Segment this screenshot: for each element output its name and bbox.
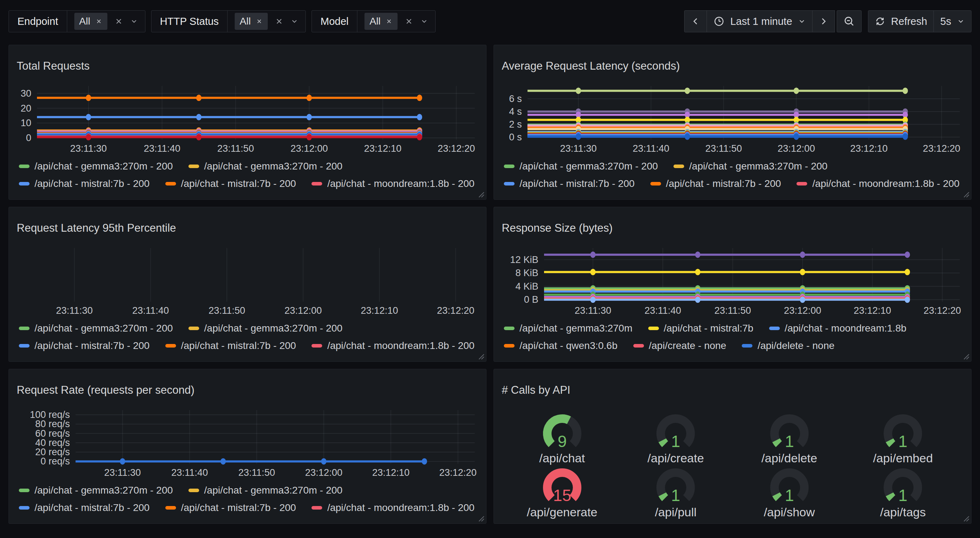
filter-chip[interactable]: All: [235, 13, 268, 30]
remove-value-icon[interactable]: [385, 18, 393, 25]
series-point[interactable]: [684, 88, 690, 94]
series-point[interactable]: [794, 88, 799, 94]
legend-item[interactable]: /api/chat - mistral:7b - 200: [165, 502, 296, 514]
resize-handle[interactable]: [963, 515, 969, 522]
legend-item[interactable]: /api/chat - moondream:1.8b: [769, 323, 907, 334]
series-point[interactable]: [905, 269, 910, 275]
legend-item[interactable]: /api/chat - moondream:1.8b - 200: [797, 178, 959, 189]
chevron-down-icon[interactable]: [130, 17, 138, 25]
series-point[interactable]: [800, 269, 805, 275]
legend-item[interactable]: /api/chat - mistral:7b - 200: [19, 502, 150, 514]
legend-item[interactable]: /api/chat - gemma3:270m: [504, 323, 633, 334]
series-point[interactable]: [86, 95, 91, 101]
chevron-down-icon[interactable]: [420, 17, 428, 25]
series-point[interactable]: [422, 459, 427, 465]
series-point[interactable]: [196, 95, 202, 101]
gauge--api-show[interactable]: 1/api/show: [759, 466, 819, 519]
series-point[interactable]: [196, 114, 202, 121]
legend-item[interactable]: /api/chat - mistral:7b: [648, 323, 754, 334]
resize-handle[interactable]: [478, 191, 484, 198]
time-back-button[interactable]: [684, 10, 707, 32]
legend-item[interactable]: /api/chat - mistral:7b - 200: [165, 340, 296, 351]
resize-handle[interactable]: [478, 515, 484, 522]
series-point[interactable]: [576, 133, 581, 140]
series-point[interactable]: [590, 297, 596, 303]
resize-handle[interactable]: [478, 353, 484, 360]
series-point[interactable]: [905, 297, 910, 303]
series-point[interactable]: [800, 297, 805, 303]
filter-chip[interactable]: All: [364, 13, 398, 30]
remove-value-icon[interactable]: [256, 18, 263, 25]
series-point[interactable]: [902, 88, 908, 94]
gauge--api-create[interactable]: 1/api/create: [645, 412, 706, 465]
legend-item[interactable]: /api/chat - gemma3:270m - 200: [19, 485, 173, 496]
legend-item[interactable]: /api/chat - mistral:7b - 200: [19, 340, 150, 351]
legend-item[interactable]: /api/chat - moondream:1.8b - 200: [312, 340, 474, 351]
gauge--api-chat[interactable]: 9/api/chat: [532, 412, 592, 465]
legend-item[interactable]: /api/chat - gemma3:270m - 200: [673, 160, 827, 172]
time-forward-button[interactable]: [812, 10, 835, 32]
filter-label[interactable]: HTTP Status: [151, 11, 228, 32]
legend-item[interactable]: /api/chat - mistral:7b - 200: [651, 178, 781, 189]
resize-handle[interactable]: [963, 191, 969, 198]
clear-filter-icon[interactable]: [405, 17, 413, 25]
series-point[interactable]: [800, 252, 805, 258]
legend-item[interactable]: /api/chat - gemma3:270m - 200: [188, 323, 342, 334]
legend-item[interactable]: /api/chat - gemma3:270m - 200: [188, 485, 342, 496]
legend-item[interactable]: /api/chat - gemma3:270m - 200: [504, 160, 658, 172]
remove-value-icon[interactable]: [95, 18, 102, 25]
series-point[interactable]: [196, 134, 202, 141]
chevron-right-icon: [819, 17, 828, 26]
gauge--api-generate[interactable]: 15/api/generate: [527, 466, 598, 519]
series-point[interactable]: [695, 297, 700, 303]
filter-label[interactable]: Endpoint: [9, 11, 67, 32]
legend-item[interactable]: /api/chat - moondream:1.8b - 200: [312, 502, 474, 514]
series-point[interactable]: [590, 252, 596, 258]
series-point[interactable]: [417, 95, 422, 101]
series-point[interactable]: [576, 88, 581, 94]
gauge--api-embed[interactable]: 1/api/embed: [873, 412, 933, 465]
series-point[interactable]: [590, 269, 596, 275]
series-point[interactable]: [684, 133, 690, 140]
series-point[interactable]: [695, 252, 700, 258]
legend-item[interactable]: /api/chat - mistral:7b - 200: [165, 178, 296, 189]
series-point[interactable]: [307, 114, 312, 121]
gauge--api-delete[interactable]: 1/api/delete: [759, 412, 819, 465]
legend-item[interactable]: /api/chat - gemma3:270m - 200: [19, 323, 173, 334]
legend-item[interactable]: /api/chat - mistral:7b - 200: [19, 178, 150, 189]
series-point[interactable]: [794, 133, 799, 140]
series-point[interactable]: [321, 459, 326, 465]
series-point[interactable]: [307, 95, 312, 101]
time-range-picker[interactable]: Last 1 minute: [706, 10, 813, 32]
legend-item[interactable]: /api/chat - moondream:1.8b - 200: [312, 178, 474, 189]
chevron-down-icon[interactable]: [291, 17, 298, 25]
legend-item[interactable]: /api/create - none: [633, 340, 727, 351]
series-point[interactable]: [905, 252, 910, 258]
legend-item[interactable]: /api/chat - gemma3:270m - 200: [19, 160, 173, 172]
legend-item[interactable]: /api/delete - none: [742, 340, 834, 351]
legend-item[interactable]: /api/chat - qwen3:0.6b: [504, 340, 618, 351]
refresh-button[interactable]: Refresh: [868, 10, 934, 32]
filter-chip[interactable]: All: [74, 13, 107, 30]
legend-item[interactable]: /api/chat - mistral:7b - 200: [504, 178, 635, 189]
series-point[interactable]: [695, 269, 700, 275]
resize-handle[interactable]: [963, 353, 969, 360]
zoom-out-button[interactable]: [837, 10, 862, 32]
series-point[interactable]: [120, 459, 125, 465]
refresh-interval-picker[interactable]: 5s: [934, 10, 972, 32]
filter-label[interactable]: Model: [312, 11, 357, 32]
series-point[interactable]: [221, 459, 226, 465]
x-tick-label: 23:11:40: [172, 467, 208, 478]
series-point[interactable]: [417, 134, 422, 141]
series-point[interactable]: [86, 134, 91, 141]
clear-filter-icon[interactable]: [275, 17, 283, 25]
gauge--api-tags[interactable]: 1/api/tags: [873, 466, 933, 519]
legend-item[interactable]: /api/chat - gemma3:270m - 200: [188, 160, 342, 172]
gauge--api-pull[interactable]: 1/api/pull: [645, 466, 706, 519]
series-point[interactable]: [902, 133, 908, 140]
series-point[interactable]: [307, 134, 312, 141]
series-point[interactable]: [86, 114, 91, 121]
clear-filter-icon[interactable]: [115, 17, 123, 25]
series-point[interactable]: [417, 114, 422, 121]
gauge-label: /api/delete: [761, 451, 817, 465]
